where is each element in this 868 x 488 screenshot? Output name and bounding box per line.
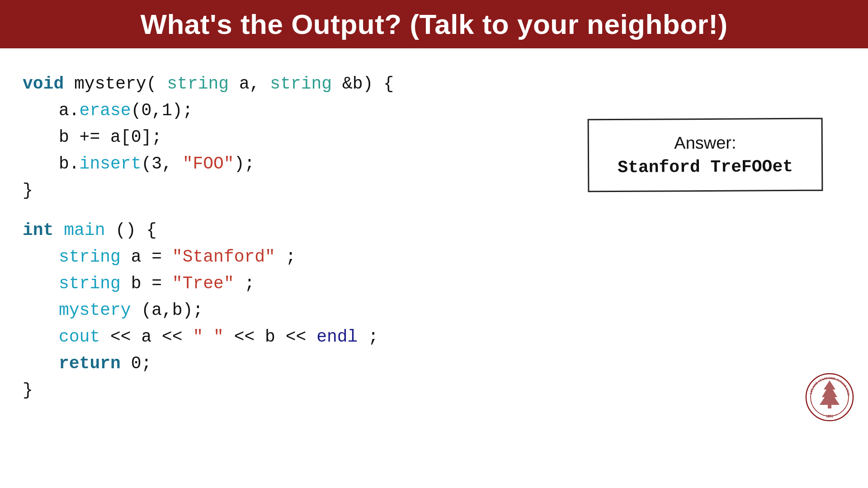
endl-keyword: endl: [316, 327, 358, 347]
b-decl-space: b =: [131, 274, 172, 293]
answer-label: Answer:: [598, 133, 812, 153]
mystery-call: mystery: [59, 300, 131, 320]
insert-paren: (3,: [141, 154, 182, 174]
mystery-args: (a,b);: [141, 300, 203, 320]
space-string: " ": [193, 327, 223, 347]
main-content: void mystery( string a, string &b) { a.e…: [0, 48, 868, 431]
function-name: mystery(: [74, 74, 156, 94]
int-keyword: int: [23, 221, 53, 240]
main-section: int main () { string a = "Stanford" ; st…: [23, 217, 845, 404]
slide-header: What's the Output? (Talk to your neighbo…: [0, 0, 868, 48]
main-signature-line: int main () {: [23, 217, 845, 244]
stanford-seal: LELAND STANFORD JUNIOR UNIVERSITY 1891: [805, 372, 854, 422]
string-a-line: string a = "Stanford" ;: [59, 244, 845, 271]
void-keyword: void: [23, 74, 64, 94]
slide-title: What's the Output? (Talk to your neighbo…: [18, 8, 850, 40]
tree-string: "Tree": [172, 274, 234, 293]
cout-line: cout << a << " " << b << endl ;: [59, 324, 845, 351]
insert-close: );: [234, 154, 255, 174]
main-close-brace: }: [23, 377, 845, 404]
param-a: a,: [239, 74, 270, 94]
cout-ops2: << b <<: [234, 327, 316, 347]
b-increment: b += a[0];: [59, 127, 162, 147]
insert-method: insert: [80, 154, 142, 174]
svg-marker-2: [820, 380, 840, 405]
a-decl-space: a =: [131, 247, 172, 267]
b-insert-pre: b.: [59, 154, 80, 174]
a-var: a.: [59, 101, 80, 120]
foo-string: "FOO": [183, 154, 234, 174]
return-value: 0;: [131, 354, 152, 373]
answer-box: Answer: Stanford TreFOOet: [588, 118, 823, 192]
type-string1: string: [167, 74, 229, 94]
cout-semi: ;: [368, 327, 378, 347]
svg-rect-3: [828, 405, 831, 408]
cout-ops1: << a <<: [110, 327, 193, 347]
erase-method: erase: [80, 101, 131, 120]
seal-svg: LELAND STANFORD JUNIOR UNIVERSITY 1891: [805, 372, 854, 422]
svg-text:1891: 1891: [826, 414, 833, 418]
param-b: &b) {: [342, 74, 394, 94]
function-signature-line: void mystery( string a, string &b) {: [23, 71, 845, 98]
a-semi: ;: [286, 247, 296, 267]
string-b-line: string b = "Tree" ;: [59, 271, 845, 297]
return-keyword: return: [59, 354, 121, 373]
type-string2: string: [270, 74, 332, 94]
cout-keyword: cout: [59, 327, 100, 347]
main-paren: () {: [115, 221, 156, 240]
string-type-b: string: [59, 274, 121, 293]
main-name: main: [64, 221, 105, 240]
mystery-call-line: mystery (a,b);: [59, 297, 845, 324]
return-line: return 0;: [59, 351, 845, 377]
b-semi: ;: [245, 274, 255, 293]
erase-args: (0,1);: [131, 101, 193, 120]
string-type-a: string: [59, 247, 121, 267]
answer-value: Stanford TreFOOet: [598, 157, 812, 177]
stanford-string: "Stanford": [172, 247, 275, 267]
